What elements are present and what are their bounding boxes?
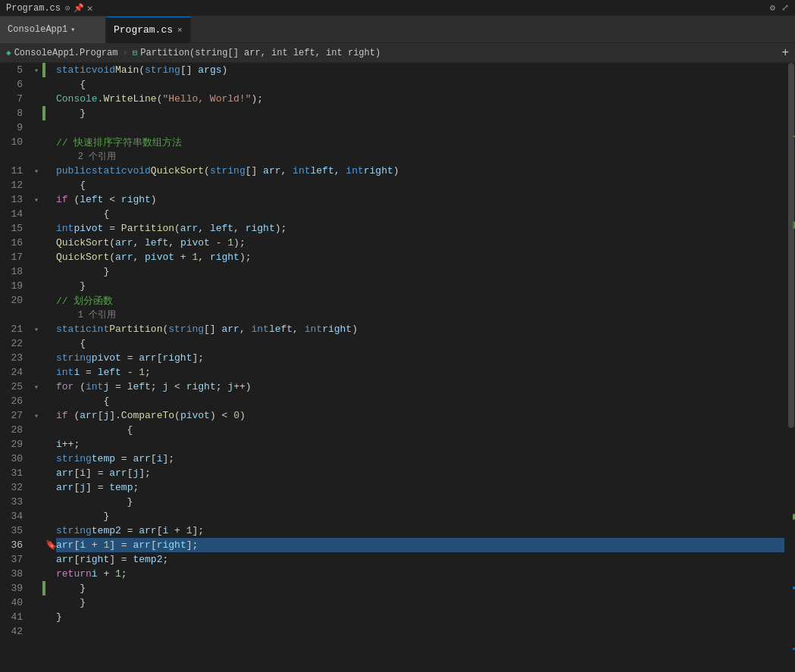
line-number: 8	[0, 106, 26, 120]
collapse-button[interactable]: ▾	[30, 63, 42, 77]
bookmark-slot	[45, 279, 56, 293]
collapse-button	[30, 452, 42, 466]
code-line: string temp2 = arr[i + 1];	[56, 524, 784, 538]
nav-method[interactable]: Partition(string[] arr, int left, int ri…	[140, 48, 380, 58]
code-line: }	[56, 495, 784, 509]
line-number: 14	[0, 207, 26, 221]
line-number: 12	[0, 178, 26, 192]
code-line: QuickSort(arr, pivot + 1, right);	[56, 250, 784, 264]
bookmark-slot	[45, 552, 56, 567]
line-number: 31	[0, 466, 26, 480]
title-pin[interactable]: 📌	[74, 3, 84, 13]
bookmark-slot	[45, 106, 56, 120]
bookmark-slot	[45, 264, 56, 279]
code-line: int i = left - 1;	[56, 365, 784, 380]
collapse-button[interactable]: ▾	[30, 164, 42, 178]
code-line: {	[56, 207, 784, 221]
code-line: // 快速排序字符串数组方法	[56, 135, 784, 149]
tab-bar: ConsoleApp1 ▾ Program.cs ×	[0, 17, 795, 43]
bookmark-slot	[45, 221, 56, 236]
collapse-button	[30, 293, 42, 308]
line-number: 7	[0, 92, 26, 106]
add-tab-icon[interactable]: +	[781, 46, 789, 60]
nav-class[interactable]: ConsoleApp1.Program	[14, 48, 118, 58]
collapse-button	[30, 495, 42, 509]
bookmark-slot	[45, 250, 56, 264]
code-line: arr[right] = temp2;	[56, 552, 784, 567]
collapse-button	[30, 509, 42, 524]
code-area[interactable]: static void Main(string[] args) { Consol…	[56, 63, 784, 672]
collapse-button	[30, 351, 42, 365]
collapse-button	[30, 423, 42, 437]
bookmark-gutter: 🔖	[45, 63, 56, 672]
tab-close-icon[interactable]: ×	[177, 26, 183, 35]
code-line: static void Main(string[] args)	[56, 63, 784, 77]
line-number: 18	[0, 264, 26, 279]
file-tab-label: Program.cs	[114, 24, 173, 36]
bookmark-slot	[45, 581, 56, 595]
code-line: i++;	[56, 437, 784, 452]
bookmark-slot	[45, 365, 56, 380]
collapse-button	[30, 394, 42, 408]
bookmark-slot	[45, 63, 56, 77]
bookmark-slot	[45, 408, 56, 423]
line-number: 19	[0, 279, 26, 293]
title-bar: Program.cs ⊙ 📌 ✕ ⚙ ⤢	[0, 0, 795, 17]
collapse-button	[30, 106, 42, 120]
collapse-button	[30, 279, 42, 293]
line-number	[0, 308, 26, 322]
line-number: 29	[0, 437, 26, 452]
collapse-button	[30, 135, 42, 149]
line-number: 25	[0, 380, 26, 394]
bookmark-slot	[45, 480, 56, 495]
bookmark-slot	[45, 308, 56, 322]
code-line: }	[56, 106, 784, 120]
collapse-button	[30, 336, 42, 351]
code-line: for (int j = left; j < right; j++)	[56, 380, 784, 394]
bookmark-slot	[45, 351, 56, 365]
bookmark-slot	[45, 178, 56, 192]
line-number: 22	[0, 336, 26, 351]
line-number: 20	[0, 293, 26, 308]
code-line: }	[56, 264, 784, 279]
settings-icon[interactable]: ⚙	[770, 2, 775, 14]
line-number: 30	[0, 452, 26, 466]
collapse-button[interactable]: ▾	[30, 380, 42, 394]
bookmark-slot	[45, 322, 56, 336]
collapse-button[interactable]: ▾	[30, 408, 42, 423]
collapse-column: ▾▾▾▾▾▾	[30, 63, 42, 672]
bookmark-slot: 🔖	[45, 538, 56, 552]
line-number: 10	[0, 135, 26, 149]
collapse-button	[30, 524, 42, 538]
collapse-button	[30, 567, 42, 581]
collapse-button	[30, 120, 42, 135]
line-number: 17	[0, 250, 26, 264]
project-dropdown[interactable]: ConsoleApp1 ▾	[0, 17, 106, 43]
scrollbar[interactable]	[784, 63, 795, 672]
bookmark-slot	[45, 437, 56, 452]
collapse-button[interactable]: ▾	[30, 322, 42, 336]
line-number: 41	[0, 610, 26, 624]
collapse-button	[30, 149, 42, 164]
collapse-button	[30, 264, 42, 279]
code-line: public static void QuickSort(string[] ar…	[56, 164, 784, 178]
project-label: ConsoleApp1	[8, 24, 67, 35]
code-line: // 划分函数	[56, 293, 784, 308]
file-tab-program-cs[interactable]: Program.cs ×	[106, 17, 191, 43]
expand-icon[interactable]: ⤢	[781, 2, 789, 14]
line-number: 28	[0, 423, 26, 437]
scroll-thumb[interactable]	[788, 63, 794, 428]
title-close[interactable]: ✕	[87, 2, 93, 14]
bookmark-slot	[45, 164, 56, 178]
bookmark-slot	[45, 466, 56, 480]
collapse-button	[30, 92, 42, 106]
bookmark-slot	[45, 236, 56, 250]
code-line	[56, 120, 784, 135]
collapse-button[interactable]: ▾	[30, 192, 42, 207]
collapse-button	[30, 207, 42, 221]
collapse-button	[30, 610, 42, 624]
line-numbers: 5678910111213141516171819202122232425262…	[0, 63, 30, 672]
line-number: 26	[0, 394, 26, 408]
collapse-button	[30, 581, 42, 595]
line-number: 38	[0, 567, 26, 581]
